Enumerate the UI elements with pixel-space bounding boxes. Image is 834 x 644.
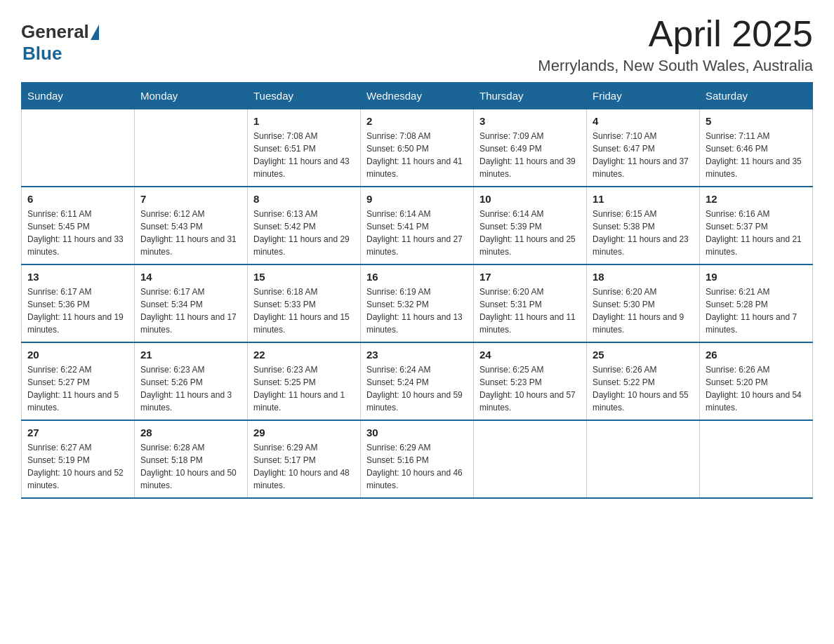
weekday-header-sunday: Sunday <box>22 83 135 109</box>
weekday-header-saturday: Saturday <box>700 83 813 109</box>
calendar-cell: 27Sunrise: 6:27 AMSunset: 5:19 PMDayligh… <box>22 420 135 498</box>
day-number: 11 <box>593 193 694 205</box>
calendar-cell: 9Sunrise: 6:14 AMSunset: 5:41 PMDaylight… <box>361 187 474 264</box>
day-info: Sunrise: 6:18 AMSunset: 5:33 PMDaylight:… <box>253 286 355 336</box>
weekday-header-thursday: Thursday <box>474 83 587 109</box>
calendar-cell: 10Sunrise: 6:14 AMSunset: 5:39 PMDayligh… <box>474 187 587 264</box>
day-info: Sunrise: 6:25 AMSunset: 5:23 PMDaylight:… <box>479 363 581 414</box>
day-info: Sunrise: 6:13 AMSunset: 5:42 PMDaylight:… <box>253 208 355 258</box>
calendar-cell: 4Sunrise: 7:10 AMSunset: 6:47 PMDaylight… <box>587 109 700 187</box>
day-number: 22 <box>253 349 355 361</box>
calendar-cell: 8Sunrise: 6:13 AMSunset: 5:42 PMDaylight… <box>248 187 361 264</box>
day-number: 30 <box>366 427 468 438</box>
day-info: Sunrise: 6:29 AMSunset: 5:16 PMDaylight:… <box>366 441 468 492</box>
day-number: 27 <box>27 427 128 438</box>
day-info: Sunrise: 6:15 AMSunset: 5:38 PMDaylight:… <box>593 208 694 258</box>
calendar-cell: 15Sunrise: 6:18 AMSunset: 5:33 PMDayligh… <box>248 264 361 342</box>
day-number: 21 <box>140 349 241 361</box>
day-info: Sunrise: 6:26 AMSunset: 5:22 PMDaylight:… <box>593 363 694 414</box>
calendar-cell: 17Sunrise: 6:20 AMSunset: 5:31 PMDayligh… <box>474 264 587 342</box>
day-info: Sunrise: 6:23 AMSunset: 5:26 PMDaylight:… <box>140 363 241 414</box>
day-info: Sunrise: 6:16 AMSunset: 5:37 PMDaylight:… <box>706 208 807 258</box>
calendar-cell: 1Sunrise: 7:08 AMSunset: 6:51 PMDaylight… <box>248 109 361 187</box>
day-number: 4 <box>593 115 694 127</box>
day-info: Sunrise: 6:14 AMSunset: 5:39 PMDaylight:… <box>479 208 581 258</box>
title-area: April 2025 Merrylands, New South Wales, … <box>538 14 813 75</box>
logo-triangle-icon <box>91 25 99 40</box>
day-info: Sunrise: 6:20 AMSunset: 5:31 PMDaylight:… <box>479 286 581 336</box>
day-number: 13 <box>27 271 128 283</box>
calendar-cell: 18Sunrise: 6:20 AMSunset: 5:30 PMDayligh… <box>587 264 700 342</box>
calendar-cell: 26Sunrise: 6:26 AMSunset: 5:20 PMDayligh… <box>700 342 813 420</box>
day-number: 19 <box>706 271 807 283</box>
logo-blue-text: Blue <box>22 43 62 64</box>
calendar-cell <box>135 109 248 187</box>
calendar-cell: 6Sunrise: 6:11 AMSunset: 5:45 PMDaylight… <box>22 187 135 264</box>
calendar-week-row: 1Sunrise: 7:08 AMSunset: 6:51 PMDaylight… <box>22 109 813 187</box>
day-info: Sunrise: 7:10 AMSunset: 6:47 PMDaylight:… <box>593 130 694 180</box>
day-number: 17 <box>479 271 581 283</box>
calendar-week-row: 20Sunrise: 6:22 AMSunset: 5:27 PMDayligh… <box>22 342 813 420</box>
calendar-week-row: 6Sunrise: 6:11 AMSunset: 5:45 PMDaylight… <box>22 187 813 264</box>
day-number: 18 <box>593 271 694 283</box>
day-number: 3 <box>479 115 581 127</box>
day-info: Sunrise: 6:23 AMSunset: 5:25 PMDaylight:… <box>253 363 355 414</box>
month-title: April 2025 <box>538 14 813 54</box>
day-info: Sunrise: 7:08 AMSunset: 6:51 PMDaylight:… <box>253 130 355 180</box>
calendar-cell: 14Sunrise: 6:17 AMSunset: 5:34 PMDayligh… <box>135 264 248 342</box>
day-number: 6 <box>27 193 128 205</box>
calendar-cell: 5Sunrise: 7:11 AMSunset: 6:46 PMDaylight… <box>700 109 813 187</box>
calendar-cell: 2Sunrise: 7:08 AMSunset: 6:50 PMDaylight… <box>361 109 474 187</box>
day-number: 20 <box>27 349 128 361</box>
day-info: Sunrise: 6:24 AMSunset: 5:24 PMDaylight:… <box>366 363 468 414</box>
day-info: Sunrise: 7:08 AMSunset: 6:50 PMDaylight:… <box>366 130 468 180</box>
header: General Blue April 2025 Merrylands, New … <box>21 14 813 75</box>
calendar-cell: 22Sunrise: 6:23 AMSunset: 5:25 PMDayligh… <box>248 342 361 420</box>
calendar-cell <box>22 109 135 187</box>
calendar-cell: 13Sunrise: 6:17 AMSunset: 5:36 PMDayligh… <box>22 264 135 342</box>
calendar-cell: 7Sunrise: 6:12 AMSunset: 5:43 PMDaylight… <box>135 187 248 264</box>
day-info: Sunrise: 6:20 AMSunset: 5:30 PMDaylight:… <box>593 286 694 336</box>
day-info: Sunrise: 6:17 AMSunset: 5:34 PMDaylight:… <box>140 286 241 336</box>
day-number: 29 <box>253 427 355 438</box>
weekday-header-monday: Monday <box>135 83 248 109</box>
day-number: 2 <box>366 115 468 127</box>
day-number: 7 <box>140 193 241 205</box>
calendar-cell <box>587 420 700 498</box>
day-info: Sunrise: 6:22 AMSunset: 5:27 PMDaylight:… <box>27 363 128 414</box>
calendar-cell: 12Sunrise: 6:16 AMSunset: 5:37 PMDayligh… <box>700 187 813 264</box>
day-info: Sunrise: 7:11 AMSunset: 6:46 PMDaylight:… <box>706 130 807 180</box>
calendar-table: SundayMondayTuesdayWednesdayThursdayFrid… <box>21 82 813 499</box>
calendar-header-row: SundayMondayTuesdayWednesdayThursdayFrid… <box>22 83 813 109</box>
calendar-cell: 29Sunrise: 6:29 AMSunset: 5:17 PMDayligh… <box>248 420 361 498</box>
day-info: Sunrise: 6:28 AMSunset: 5:18 PMDaylight:… <box>140 441 241 492</box>
day-info: Sunrise: 6:19 AMSunset: 5:32 PMDaylight:… <box>366 286 468 336</box>
day-number: 5 <box>706 115 807 127</box>
weekday-header-wednesday: Wednesday <box>361 83 474 109</box>
calendar-cell <box>474 420 587 498</box>
calendar-cell: 25Sunrise: 6:26 AMSunset: 5:22 PMDayligh… <box>587 342 700 420</box>
day-info: Sunrise: 6:17 AMSunset: 5:36 PMDaylight:… <box>27 286 128 336</box>
calendar-cell: 21Sunrise: 6:23 AMSunset: 5:26 PMDayligh… <box>135 342 248 420</box>
calendar-cell: 23Sunrise: 6:24 AMSunset: 5:24 PMDayligh… <box>361 342 474 420</box>
calendar-week-row: 27Sunrise: 6:27 AMSunset: 5:19 PMDayligh… <box>22 420 813 498</box>
calendar-cell <box>700 420 813 498</box>
calendar-cell: 28Sunrise: 6:28 AMSunset: 5:18 PMDayligh… <box>135 420 248 498</box>
calendar-cell: 11Sunrise: 6:15 AMSunset: 5:38 PMDayligh… <box>587 187 700 264</box>
day-info: Sunrise: 6:26 AMSunset: 5:20 PMDaylight:… <box>706 363 807 414</box>
calendar-cell: 3Sunrise: 7:09 AMSunset: 6:49 PMDaylight… <box>474 109 587 187</box>
day-number: 23 <box>366 349 468 361</box>
day-info: Sunrise: 6:27 AMSunset: 5:19 PMDaylight:… <box>27 441 128 492</box>
logo-general-text: General <box>21 21 89 43</box>
calendar-cell: 16Sunrise: 6:19 AMSunset: 5:32 PMDayligh… <box>361 264 474 342</box>
day-number: 25 <box>593 349 694 361</box>
day-number: 8 <box>253 193 355 205</box>
day-number: 12 <box>706 193 807 205</box>
day-number: 26 <box>706 349 807 361</box>
day-info: Sunrise: 6:14 AMSunset: 5:41 PMDaylight:… <box>366 208 468 258</box>
day-info: Sunrise: 6:11 AMSunset: 5:45 PMDaylight:… <box>27 208 128 258</box>
day-number: 15 <box>253 271 355 283</box>
weekday-header-tuesday: Tuesday <box>248 83 361 109</box>
calendar-cell: 30Sunrise: 6:29 AMSunset: 5:16 PMDayligh… <box>361 420 474 498</box>
day-info: Sunrise: 6:29 AMSunset: 5:17 PMDaylight:… <box>253 441 355 492</box>
